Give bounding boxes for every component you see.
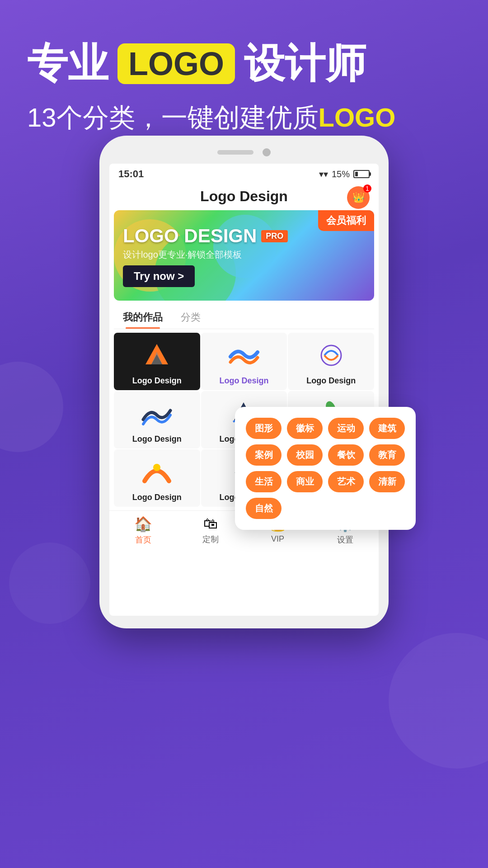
logo-item-1[interactable]: Logo Design: [114, 333, 200, 390]
tab-row: 我的作品 分类: [114, 306, 374, 329]
pro-tag: PRO: [261, 230, 288, 242]
subtitle-logo: LOGO: [319, 103, 396, 132]
battery-percent: 15%: [332, 169, 350, 179]
cat-food[interactable]: 餐饮: [328, 444, 364, 466]
nav-home-label: 首页: [135, 534, 151, 545]
logo-item-7[interactable]: Logo Design: [114, 449, 200, 507]
nav-custom-label: 定制: [202, 534, 219, 545]
notification-badge: 1: [363, 184, 371, 193]
cat-business[interactable]: 商业: [287, 471, 323, 492]
logo-img-2: [206, 337, 283, 373]
bag-icon: 🛍: [203, 515, 218, 532]
banner-main-text: LOGO DESIGN: [123, 225, 257, 247]
app-title: Logo Design: [200, 188, 288, 205]
cat-badge[interactable]: 徽标: [287, 418, 323, 439]
logo-img-3: [292, 337, 370, 373]
subtitle-prefix: 13个分类，一键创建优质: [27, 103, 319, 132]
try-now-button[interactable]: Try now >: [123, 265, 195, 287]
status-bar: 15:01 ▾▾ 15%: [109, 164, 379, 184]
logo-img-7: [118, 454, 196, 490]
tab-category[interactable]: 分类: [172, 306, 210, 329]
phone-mockup: 15:01 ▾▾ 15% Logo Design 👑 1: [99, 136, 389, 628]
logo-label-3: Logo Design: [306, 376, 356, 386]
logo-label-7: Logo Design: [132, 493, 182, 502]
promo-banner[interactable]: 会员福利 LOGO DESIGN PRO 设计logo更专业·解锁全部模板 Tr…: [114, 210, 374, 301]
nav-custom[interactable]: 🛍 定制: [177, 515, 244, 545]
logo-label-2: Logo Design: [219, 376, 268, 386]
bg-decoration-1: [0, 362, 63, 452]
speaker: [217, 150, 253, 155]
status-right: ▾▾ 15%: [319, 169, 370, 179]
wave2-logo-svg: [141, 401, 173, 426]
cat-architecture[interactable]: 建筑: [369, 418, 405, 439]
cat-sport[interactable]: 运动: [328, 418, 364, 439]
logo-item-4[interactable]: Logo Design: [114, 391, 200, 448]
crown-badge[interactable]: 👑 1: [347, 186, 370, 209]
phone-top-bar: [109, 148, 379, 156]
a-logo-svg: [143, 342, 170, 369]
status-time: 15:01: [118, 168, 144, 180]
banner-content: LOGO DESIGN PRO 设计logo更专业·解锁全部模板 Try now…: [123, 225, 288, 287]
title-suffix: 设计师: [244, 36, 366, 91]
logo-item-2[interactable]: Logo Design: [201, 333, 287, 390]
logo-img-4: [118, 396, 196, 432]
category-grid: 图形 徽标 运动 建筑 案例 校园 餐饮 教育 生活 商业 艺术 清新 自然: [246, 418, 405, 519]
cat-nature[interactable]: 自然: [246, 498, 282, 519]
arc-logo-svg: [141, 458, 173, 486]
logo-label-4: Logo Design: [132, 434, 182, 444]
logo-label-1: Logo Design: [132, 376, 182, 386]
cat-art[interactable]: 艺术: [328, 471, 364, 492]
category-popup: 图形 徽标 运动 建筑 案例 校园 餐饮 教育 生活 商业 艺术 清新 自然: [235, 407, 416, 530]
svg-point-11: [153, 464, 160, 471]
tab-my-works[interactable]: 我的作品: [114, 306, 172, 329]
logo-item-3[interactable]: Logo Design: [288, 333, 374, 390]
cat-case[interactable]: 案例: [246, 444, 282, 466]
cat-campus[interactable]: 校园: [287, 444, 323, 466]
nav-home[interactable]: 🏠 首页: [109, 515, 177, 545]
nav-settings-label: 设置: [337, 534, 353, 545]
logo-img-1: [118, 337, 196, 373]
nav-vip-label: VIP: [271, 534, 284, 544]
abstract-logo-svg: [318, 342, 345, 369]
cat-education[interactable]: 教育: [369, 444, 405, 466]
home-icon: 🏠: [134, 515, 152, 533]
battery-bar: [353, 170, 370, 178]
title-prefix: 专业: [27, 36, 108, 91]
camera: [263, 148, 271, 156]
logo-badge: LOGO: [117, 43, 235, 84]
battery-fill: [355, 172, 358, 176]
svg-point-5: [321, 345, 341, 365]
phone-outer: 15:01 ▾▾ 15% Logo Design 👑 1: [99, 136, 389, 628]
phone-screen: 15:01 ▾▾ 15% Logo Design 👑 1: [109, 164, 379, 616]
cat-fresh[interactable]: 清新: [369, 471, 405, 492]
cat-graphic[interactable]: 图形: [246, 418, 282, 439]
wifi-icon: ▾▾: [319, 169, 328, 179]
wave-logo-svg: [228, 343, 260, 368]
main-title: 专业 LOGO 设计师: [27, 36, 461, 91]
bg-decoration-2: [389, 633, 488, 769]
subtitle: 13个分类，一键创建优质LOGO: [27, 100, 461, 136]
app-topbar: Logo Design 👑 1: [109, 184, 379, 210]
cat-life[interactable]: 生活: [246, 471, 282, 492]
crown-icon: 👑: [352, 192, 365, 203]
banner-subtitle: 设计logo更专业·解锁全部模板: [123, 249, 288, 261]
banner-title: LOGO DESIGN PRO: [123, 225, 288, 247]
bg-decoration-3: [9, 542, 90, 624]
